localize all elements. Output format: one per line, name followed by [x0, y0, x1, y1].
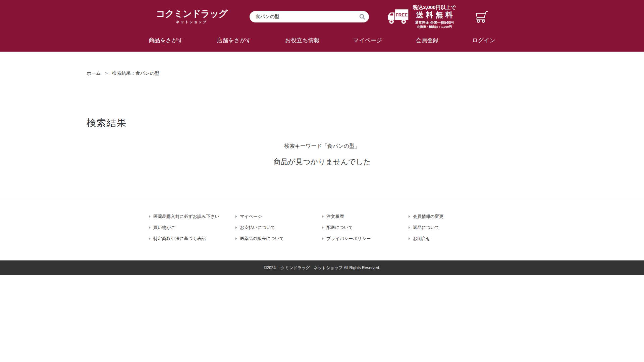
shipping-line2: 送料無料 — [413, 11, 456, 19]
arrow-icon — [149, 215, 151, 218]
arrow-icon — [235, 237, 237, 240]
site-logo[interactable]: コクミンドラッグ ネットショップ — [156, 9, 227, 24]
search-input[interactable] — [250, 11, 369, 22]
cart-icon — [475, 10, 488, 23]
nav-item-useful-info[interactable]: お役立ち情報 — [285, 37, 320, 44]
main-content: ホーム > 検索結果：食パンの型 検索結果 検索キーワード「食パンの型」 商品が… — [87, 52, 557, 167]
footer-link-label: マイページ — [240, 213, 262, 220]
main-nav: 商品をさがす 店舗をさがす お役立ち情報 マイページ 会員登録 ログイン — [0, 32, 644, 52]
arrow-icon — [235, 226, 237, 229]
footer-link-label: 医薬品購入前に必ずお読み下さい — [153, 213, 219, 220]
search-button[interactable] — [357, 12, 368, 22]
footer-link-label: 返品について — [413, 224, 439, 231]
nav-item-stores[interactable]: 店舗をさがす — [217, 37, 252, 44]
magnifier-icon — [359, 13, 366, 20]
page-title: 検索結果 — [87, 117, 557, 129]
footer-link-shopping-cart[interactable]: 買い物かご — [149, 224, 235, 231]
no-results-message: 商品が見つかりませんでした — [87, 157, 557, 167]
shipping-line4: 北海道・離島は＋1,000円 — [413, 25, 456, 29]
nav-item-mypage[interactable]: マイページ — [353, 37, 382, 44]
footer-link-label: プライバシーポリシー — [326, 235, 371, 242]
arrow-icon — [322, 226, 324, 229]
footer-link-drug-notice[interactable]: 医薬品購入前に必ずお読み下さい — [149, 213, 235, 220]
free-shipping-banner: FREE 税込3,000円以上で 送料無料 通常料金 全国一律540円 北海道・… — [387, 4, 456, 29]
arrow-icon — [235, 215, 237, 218]
nav-item-register[interactable]: 会員登録 — [416, 37, 438, 44]
footer-link-returns[interactable]: 返品について — [409, 224, 495, 231]
footer-column-2: マイページ お支払いについて 医薬品の販売について — [235, 213, 322, 242]
shipping-line3: 通常料金 全国一律540円 — [413, 20, 456, 25]
footer-link-privacy-policy[interactable]: プライバシーポリシー — [322, 235, 409, 242]
footer-link-commercial-law[interactable]: 特定商取引法に基づく表記 — [149, 235, 235, 242]
footer-link-label: 医薬品の販売について — [240, 235, 284, 242]
logo-subtitle: ネットショップ — [156, 20, 227, 24]
footer-link-order-history[interactable]: 注文履歴 — [322, 213, 409, 220]
cart-button[interactable] — [475, 10, 488, 23]
footer-nav: 医薬品購入前に必ずお読み下さい 買い物かご 特定商取引法に基づく表記 マイページ… — [0, 199, 644, 260]
nav-item-login[interactable]: ログイン — [472, 37, 495, 44]
footer-link-label: 特定商取引法に基づく表記 — [153, 235, 206, 242]
footer-link-member-info[interactable]: 会員情報の変更 — [409, 213, 495, 220]
arrow-icon — [149, 226, 151, 229]
footer-link-contact[interactable]: お問合せ — [409, 235, 495, 242]
truck-icon: FREE — [387, 8, 409, 25]
arrow-icon — [149, 237, 151, 240]
arrow-icon — [409, 215, 410, 218]
search-keyword-line: 検索キーワード「食パンの型」 — [87, 143, 557, 150]
shipping-text: 税込3,000円以上で 送料無料 通常料金 全国一律540円 北海道・離島は＋1… — [413, 4, 456, 29]
footer-link-label: お問合せ — [413, 235, 431, 242]
arrow-icon — [322, 237, 324, 240]
footer-column-3: 注文履歴 配送について プライバシーポリシー — [322, 213, 409, 242]
footer-column-4: 会員情報の変更 返品について お問合せ — [409, 213, 495, 242]
logo-title: コクミンドラッグ — [156, 9, 227, 19]
nav-item-products[interactable]: 商品をさがす — [149, 37, 183, 44]
copyright-text: ©2024 コクミンドラッグ ネットショップ All Rights Reserv… — [264, 265, 380, 271]
footer-link-label: お支払いについて — [240, 224, 275, 231]
footer-link-delivery[interactable]: 配送について — [322, 224, 409, 231]
footer-link-label: 配送について — [326, 224, 353, 231]
arrow-icon — [409, 237, 410, 240]
site-header: コクミンドラッグ ネットショップ FREE — [0, 0, 644, 52]
header-top-row: コクミンドラッグ ネットショップ FREE — [0, 0, 644, 32]
breadcrumb: ホーム > 検索結果：食パンの型 — [87, 52, 557, 76]
footer-link-payment[interactable]: お支払いについて — [235, 224, 322, 231]
site-footer: 医薬品購入前に必ずお読み下さい 買い物かご 特定商取引法に基づく表記 マイページ… — [0, 199, 644, 275]
arrow-icon — [409, 226, 410, 229]
footer-link-label: 買い物かご — [153, 224, 175, 231]
footer-link-label: 会員情報の変更 — [413, 213, 443, 220]
footer-link-label: 注文履歴 — [326, 213, 344, 220]
arrow-icon — [322, 215, 324, 218]
footer-link-mypage[interactable]: マイページ — [235, 213, 322, 220]
breadcrumb-separator-icon: > — [105, 71, 108, 76]
truck-free-label: FREE — [396, 12, 408, 17]
breadcrumb-current: 検索結果：食パンの型 — [112, 70, 159, 76]
shipping-line1: 税込3,000円以上で — [413, 4, 456, 11]
footer-link-drug-sales[interactable]: 医薬品の販売について — [235, 235, 322, 242]
copyright-bar: ©2024 コクミンドラッグ ネットショップ All Rights Reserv… — [0, 260, 644, 275]
breadcrumb-home-link[interactable]: ホーム — [87, 70, 101, 76]
search-box — [250, 11, 369, 22]
footer-column-1: 医薬品購入前に必ずお読み下さい 買い物かご 特定商取引法に基づく表記 — [149, 213, 235, 242]
